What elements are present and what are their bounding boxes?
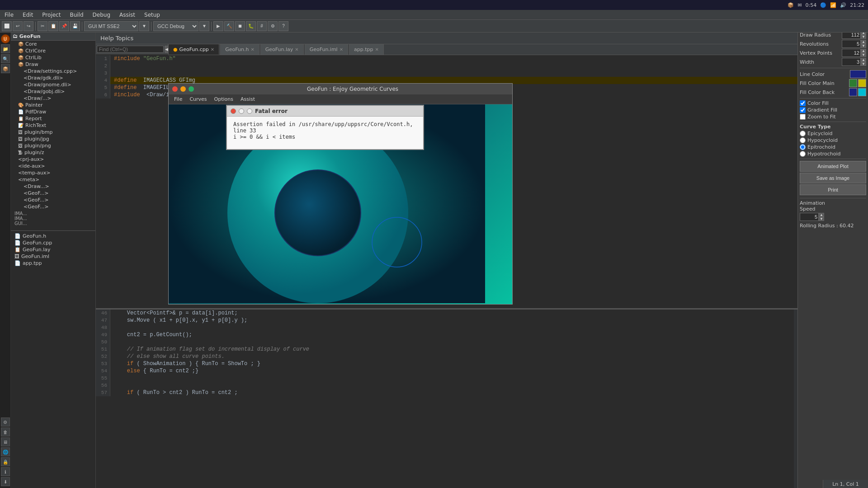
tree-item-report[interactable]: 📋Report	[11, 115, 95, 122]
icon-packages[interactable]: 📦	[1, 64, 10, 73]
tree-item-draw-settings[interactable]: <Draw/settings.cpp>	[11, 68, 95, 75]
hypocycloid-radio[interactable]	[800, 137, 806, 143]
tree-geo2[interactable]: <GeoF...>	[11, 197, 95, 203]
menu-file[interactable]: File	[0, 11, 18, 19]
tree-item-ctrlcore[interactable]: 📦CtrlCore	[11, 47, 95, 54]
toolbar-debug-arrow[interactable]: ▼	[199, 21, 209, 31]
menu-build[interactable]: Build	[65, 11, 88, 19]
tree-draw-sub1[interactable]: <Draw...>	[11, 183, 95, 190]
icon-terminal[interactable]: 🖥	[1, 437, 10, 446]
width-up[interactable]: ▲	[861, 58, 866, 62]
file-geofun-lay[interactable]: 📋GeoFun.lay	[11, 246, 95, 253]
fill-color-main-swatch2[interactable]	[858, 79, 866, 87]
tree-item-plugin-z[interactable]: 🗜plugin/z	[11, 149, 95, 156]
tree-item-draw-etc[interactable]: <Draw/...>	[11, 95, 95, 102]
tree-item-draw-gnome[interactable]: <Draw/gnome.dli>	[11, 81, 95, 88]
animation-speed-input[interactable]	[800, 213, 819, 221]
menu-setup[interactable]: Setup	[140, 11, 165, 19]
tab-geofun-iml[interactable]: GeoFun.iml ✕	[305, 44, 348, 55]
toolbar-paste[interactable]: 📌	[59, 21, 69, 31]
fatal-max-btn[interactable]	[247, 108, 252, 114]
geofun-menu-options[interactable]: Options	[211, 96, 237, 103]
menu-debug[interactable]: Debug	[88, 11, 115, 19]
vertex-points-up[interactable]: ▲	[861, 49, 866, 53]
toolbar-config-arrow[interactable]: ▼	[139, 21, 149, 31]
tree-item-temp-aux[interactable]: <temp-aux>	[11, 169, 95, 176]
width-down[interactable]: ▼	[861, 62, 866, 66]
vertex-points-down[interactable]: ▼	[861, 53, 866, 57]
tree-item-core[interactable]: 📦Core	[11, 41, 95, 47]
vertex-points-input[interactable]	[842, 49, 861, 57]
toolbar-help[interactable]: ?	[278, 21, 288, 31]
epitrochoid-radio[interactable]	[800, 144, 806, 150]
color-fill-checkbox[interactable]	[800, 100, 806, 106]
toolbar-run[interactable]: ▶	[213, 21, 223, 31]
animation-speed-down[interactable]: ▼	[819, 217, 824, 221]
debug-config-select[interactable]: GCC Debug	[153, 21, 198, 31]
tree-geo3[interactable]: <GeoF...>	[11, 203, 95, 210]
tree-item-meta[interactable]: <meta>	[11, 176, 95, 183]
icon-down[interactable]: ⬇	[1, 477, 10, 486]
toolbar-stop[interactable]: ⏹	[235, 21, 245, 31]
revolutions-down[interactable]: ▼	[861, 44, 866, 48]
tab-geofun-cpp[interactable]: ● GeoFun.cpp ✕	[168, 44, 219, 55]
icon-files[interactable]: 📁	[1, 44, 10, 53]
tree-item-pdfdraw[interactable]: 📄PdfDraw	[11, 108, 95, 115]
tree-item-draw-gdk[interactable]: <Draw/gdk.dli>	[11, 75, 95, 81]
fatal-close-btn[interactable]	[231, 108, 236, 114]
build-config-select[interactable]: GUI MT SSE2	[84, 21, 138, 31]
tree-item-plugin-bmp[interactable]: 🖼plugin/bmp	[11, 129, 95, 136]
fill-color-main-swatch1[interactable]	[849, 79, 857, 87]
line-color-swatch[interactable]	[850, 70, 866, 78]
tab-close-geofun-lay[interactable]: ✕	[295, 47, 298, 52]
icon-info[interactable]: ℹ	[1, 467, 10, 476]
save-as-image-btn[interactable]: Save as Image	[800, 173, 866, 183]
file-geofun-cpp[interactable]: 📄GeoFun.cpp	[11, 239, 95, 246]
menu-project[interactable]: Project	[38, 11, 65, 19]
tree-geo1[interactable]: <GeoF...>	[11, 190, 95, 197]
draw-radius-down[interactable]: ▼	[861, 35, 866, 39]
tab-geofun-lay[interactable]: GeoFun.lay ✕	[260, 44, 304, 55]
tree-item-ctrllib[interactable]: 📦CtrlLib	[11, 54, 95, 61]
find-input[interactable]	[97, 46, 164, 53]
toolbar-copy[interactable]: 📋	[48, 21, 58, 31]
icon-settings[interactable]: ⚙	[1, 418, 10, 427]
tab-close-app-tpp[interactable]: ✕	[375, 47, 379, 52]
icon-network[interactable]: 🌐	[1, 447, 10, 456]
print-btn[interactable]: Print	[800, 184, 866, 195]
tab-app-tpp[interactable]: app.tpp ✕	[349, 44, 384, 55]
tree-item-draw[interactable]: 📦Draw	[11, 61, 95, 68]
geofun-menu-assist[interactable]: Assist	[237, 96, 259, 103]
animated-plot-btn[interactable]: Animated Plot	[800, 161, 866, 172]
toolbar-hash[interactable]: #	[257, 21, 267, 31]
file-geofun-iml[interactable]: 🖼GeoFun.iml	[11, 253, 95, 260]
toolbar-debug[interactable]: 🐛	[246, 21, 256, 31]
revolutions-up[interactable]: ▲	[861, 40, 866, 44]
icon-lock[interactable]: 🔒	[1, 457, 10, 466]
file-app-tpp[interactable]: 📄app.tpp	[11, 260, 95, 267]
epicycloid-radio[interactable]	[800, 131, 806, 136]
menu-edit[interactable]: Edit	[18, 11, 38, 19]
tree-item-richtext[interactable]: 📝RichText	[11, 122, 95, 129]
hypotrochoid-radio[interactable]	[800, 151, 806, 157]
fatal-min-btn[interactable]	[239, 108, 244, 114]
width-input[interactable]	[842, 58, 861, 66]
tree-item-plugin-png[interactable]: 🖼plugin/png	[11, 142, 95, 149]
tree-item-ide-aux[interactable]: <ide-aux>	[11, 163, 95, 169]
tab-close-geofun-cpp[interactable]: ✕	[211, 47, 214, 52]
animation-speed-up[interactable]: ▲	[819, 213, 824, 217]
tab-geofun-h[interactable]: GeoFun.h ✕	[220, 44, 259, 55]
revolutions-input[interactable]	[842, 40, 861, 48]
geofun-max-btn[interactable]	[189, 86, 194, 92]
zoom-to-fit-checkbox[interactable]	[800, 114, 806, 120]
tree-item-draw-gobj[interactable]: <Draw/gobj.dli>	[11, 88, 95, 95]
toolbar-gear[interactable]: ⚙	[268, 21, 278, 31]
tree-item-prj-aux[interactable]: <prj-aux>	[11, 156, 95, 163]
toolbar-back[interactable]: ↩	[13, 21, 23, 31]
menu-assist[interactable]: Assist	[115, 11, 140, 19]
tab-close-geofun-h[interactable]: ✕	[250, 47, 254, 52]
toolbar-save[interactable]: 💾	[70, 21, 80, 31]
gradient-fill-checkbox[interactable]	[800, 107, 806, 113]
geofun-menu-file[interactable]: File	[170, 96, 186, 103]
code-scrollbar[interactable]	[794, 310, 797, 488]
